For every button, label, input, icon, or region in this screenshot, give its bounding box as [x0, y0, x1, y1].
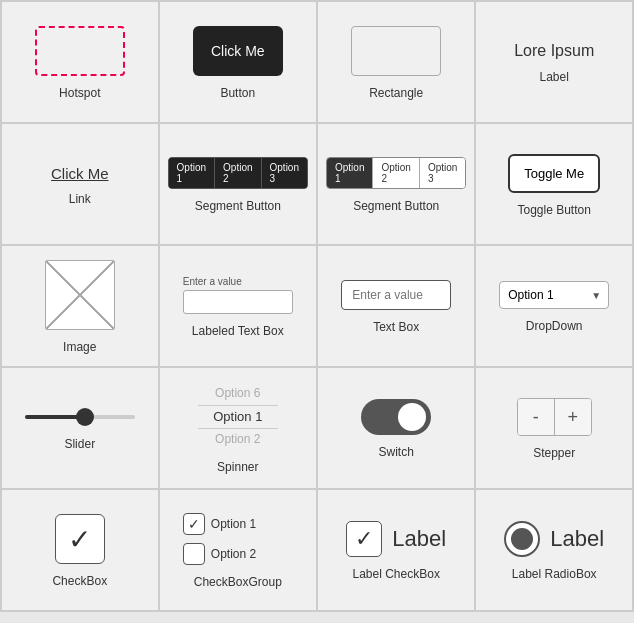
switch-label: Switch [379, 445, 414, 459]
segment-btn-2-option-2[interactable]: Option 2 [373, 158, 419, 188]
spinner-option-6: Option 6 [215, 384, 260, 403]
toggle-button-cell: Toggle Me Toggle Button [476, 124, 632, 244]
checkboxgroup-item-2[interactable]: Option 2 [183, 543, 293, 565]
segment-btn-1-option-2[interactable]: Option 2 [215, 158, 261, 188]
stepper-cell: - + Stepper [476, 368, 632, 488]
spinner-widget[interactable]: Option 6 Option 1 Option 2 [198, 384, 278, 449]
label-cell: Lore Ipsum Label [476, 2, 632, 122]
checkboxgroup-label: CheckBoxGroup [194, 575, 282, 589]
button-label: Button [220, 86, 255, 100]
segment-button-2-label: Segment Button [353, 199, 439, 213]
labeled-textbox-label: Labeled Text Box [192, 324, 284, 338]
label-radiobox-circle [504, 521, 540, 557]
spinner-cell: Option 6 Option 1 Option 2 Spinner [160, 368, 316, 488]
label-radiobox-widget[interactable]: Label [504, 521, 604, 557]
widget-grid: Hotspot Click Me Button Rectangle Lore I… [0, 0, 634, 612]
checkboxgroup-item-1-checkmark: ✓ [188, 516, 200, 532]
stepper-widget: - + [517, 398, 592, 436]
checkboxgroup-item-2-label: Option 2 [211, 547, 256, 561]
label-checkbox-text: Label [392, 526, 446, 552]
label-checkbox-checkmark-icon: ✓ [355, 526, 373, 552]
slider-cell: Slider [2, 368, 158, 488]
slider-label: Slider [64, 437, 95, 451]
label-checkbox-widget[interactable]: ✓ Label [346, 521, 446, 557]
label-radiobox-inner [511, 528, 533, 550]
slider-track [25, 415, 135, 419]
checkbox-widget[interactable]: ✓ [55, 514, 105, 564]
button-cell: Click Me Button [160, 2, 316, 122]
toggle-button-widget[interactable]: Toggle Me [508, 154, 600, 193]
rectangle-widget [351, 26, 441, 76]
image-widget [45, 260, 115, 330]
labeled-textbox-field-label: Enter a value [183, 276, 293, 287]
link-cell: Click Me Link [2, 124, 158, 244]
checkbox-label: CheckBox [52, 574, 107, 588]
rectangle-label: Rectangle [369, 86, 423, 100]
switch-thumb [398, 403, 426, 431]
dropdown-label: DropDown [526, 319, 583, 333]
dropdown-cell: Option 1 Option 2 Option 3 ▼ DropDown [476, 246, 632, 366]
image-cell: Image [2, 246, 158, 366]
rectangle-cell: Rectangle [318, 2, 474, 122]
segment-btn-1-option-1[interactable]: Option 1 [169, 158, 215, 188]
link-label: Link [69, 192, 91, 206]
textbox-label: Text Box [373, 320, 419, 334]
checkmark-icon: ✓ [68, 523, 91, 556]
switch-widget[interactable] [361, 399, 431, 435]
segment-btn-1-option-3[interactable]: Option 3 [262, 158, 307, 188]
click-me-button[interactable]: Click Me [193, 26, 283, 76]
textbox-input[interactable] [341, 280, 451, 310]
dropdown-select[interactable]: Option 1 Option 2 Option 3 [499, 281, 609, 309]
checkboxgroup-widget: ✓ Option 1 Option 2 [183, 513, 293, 565]
segment-button-2-cell: Option 1 Option 2 Option 3 Segment Butto… [318, 124, 474, 244]
labeled-textbox-input[interactable] [183, 290, 293, 314]
labeled-textbox-cell: Enter a value Labeled Text Box [160, 246, 316, 366]
spinner-divider-bottom [198, 428, 278, 429]
checkboxgroup-item-1[interactable]: ✓ Option 1 [183, 513, 293, 535]
checkboxgroup-cell: ✓ Option 1 Option 2 CheckBoxGroup [160, 490, 316, 610]
dropdown-widget: Option 1 Option 2 Option 3 ▼ [499, 281, 609, 309]
image-label: Image [63, 340, 96, 354]
spinner-label: Spinner [217, 460, 258, 474]
segment-btn-2-option-3[interactable]: Option 3 [420, 158, 465, 188]
checkboxgroup-item-2-box [183, 543, 205, 565]
slider-widget[interactable] [25, 407, 135, 427]
segment-button-1-widget: Option 1 Option 2 Option 3 [168, 157, 308, 189]
segment-button-2-widget: Option 1 Option 2 Option 3 [326, 157, 466, 189]
stepper-plus-button[interactable]: + [555, 399, 591, 435]
textbox-cell: Text Box [318, 246, 474, 366]
spinner-option-2: Option 2 [215, 430, 260, 449]
checkbox-cell: ✓ CheckBox [2, 490, 158, 610]
link-widget[interactable]: Click Me [51, 165, 109, 182]
segment-button-1-cell: Option 1 Option 2 Option 3 Segment Butto… [160, 124, 316, 244]
hotspot-label: Hotspot [59, 86, 100, 100]
hotspot-widget[interactable] [35, 26, 125, 76]
stepper-label: Stepper [533, 446, 575, 460]
label-checkbox-label: Label CheckBox [353, 567, 440, 581]
stepper-minus-button[interactable]: - [518, 399, 554, 435]
label-widget-label: Label [540, 70, 569, 84]
hotspot-cell: Hotspot [2, 2, 158, 122]
checkboxgroup-item-1-box: ✓ [183, 513, 205, 535]
label-radiobox-label: Label RadioBox [512, 567, 597, 581]
segment-button-1-label: Segment Button [195, 199, 281, 213]
labeled-textbox-widget: Enter a value [183, 276, 293, 314]
toggle-button-label: Toggle Button [518, 203, 591, 217]
spinner-option-1: Option 1 [213, 407, 262, 428]
label-widget-text: Lore Ipsum [514, 42, 594, 60]
label-checkbox-cell: ✓ Label Label CheckBox [318, 490, 474, 610]
label-checkbox-box: ✓ [346, 521, 382, 557]
label-radiobox-text: Label [550, 526, 604, 552]
label-radiobox-cell: Label Label RadioBox [476, 490, 632, 610]
switch-cell: Switch [318, 368, 474, 488]
segment-btn-2-option-1[interactable]: Option 1 [327, 158, 373, 188]
spinner-divider-top [198, 405, 278, 406]
checkboxgroup-item-1-label: Option 1 [211, 517, 256, 531]
slider-thumb[interactable] [76, 408, 94, 426]
